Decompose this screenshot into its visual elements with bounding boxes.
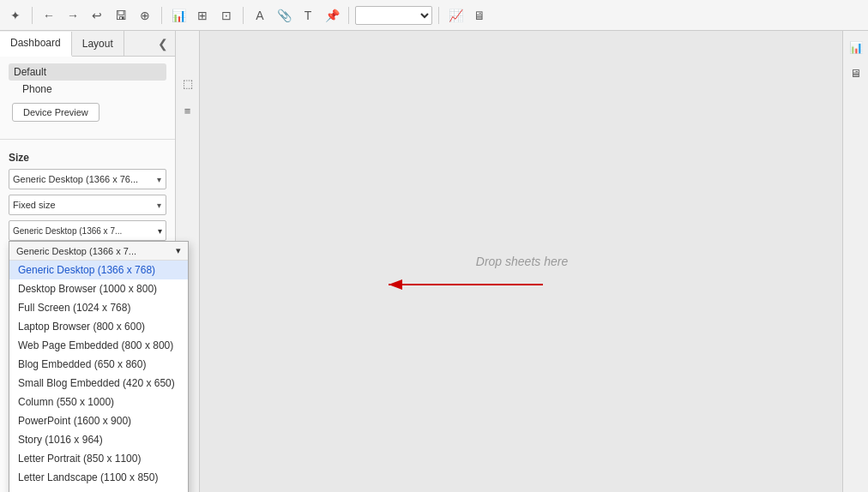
pin-icon[interactable]: 📌 — [322, 5, 342, 26]
data-icon[interactable]: ⊞ — [192, 5, 213, 26]
size-section: Size Generic Desktop (1366 x 76... ▾ Fix… — [0, 145, 175, 248]
highlight-icon[interactable]: A — [250, 5, 270, 26]
dropdown-list: Generic Desktop (1366 x 7... ▾ Generic D… — [9, 241, 189, 492]
device-icon[interactable]: 🖥 — [469, 5, 490, 26]
dl-item-12[interactable]: Legal Landscape (1150 x 700) — [9, 487, 188, 492]
size-select[interactable]: Generic Desktop (1366 x 76... — [9, 169, 166, 189]
dropdown-trigger[interactable]: Generic Desktop (1366 x 7... ▾ — [9, 220, 166, 241]
menu-icon[interactable]: ✦ — [5, 5, 26, 26]
dl-item-0[interactable]: Generic Desktop (1366 x 768) — [9, 261, 188, 279]
main-canvas: Drop sheets here 📊 🖥 — [176, 31, 868, 492]
device-preview-button[interactable]: Device Preview — [12, 103, 99, 122]
dl-item-11[interactable]: Letter Landscape (1100 x 850) — [9, 468, 188, 487]
toolbar-sep-5 — [438, 7, 439, 24]
toolbar-sep-2 — [161, 7, 162, 24]
item-phone[interactable]: Phone — [9, 81, 166, 98]
toolbar-sep-4 — [348, 7, 349, 24]
panel-body: Default Phone Device Preview — [0, 57, 175, 134]
dropdown-trigger-arrow: ▾ — [158, 226, 162, 236]
dl-item-3[interactable]: Laptop Browser (800 x 600) — [9, 317, 188, 336]
text-icon[interactable]: T — [298, 5, 318, 26]
dropdown-list-header: Generic Desktop (1366 x 7... ▾ — [9, 242, 188, 261]
left-icon-filter[interactable]: ≡ — [178, 101, 197, 120]
dl-item-10[interactable]: Letter Portrait (850 x 1100) — [9, 449, 188, 468]
panel-close-button[interactable]: ❮ — [151, 37, 175, 51]
dl-item-8[interactable]: PowerPoint (1600 x 900) — [9, 411, 188, 430]
undo-icon[interactable]: ↩ — [87, 5, 107, 26]
right-icon-panel: 📊 🖥 — [842, 31, 868, 492]
divider-1 — [0, 139, 175, 140]
size-dropdown-row: Generic Desktop (1366 x 76... ▾ — [9, 169, 166, 189]
main-layout: Dashboard Layout ❮ Default Phone Device … — [0, 31, 868, 492]
tab-dashboard[interactable]: Dashboard — [0, 32, 72, 57]
left-icon-grid[interactable]: ⬚ — [178, 74, 197, 93]
dl-item-5[interactable]: Blog Embedded (650 x 860) — [9, 355, 188, 374]
drop-sheets-text: Drop sheets here — [476, 255, 568, 268]
dl-item-7[interactable]: Column (550 x 1000) — [9, 393, 188, 411]
dl-item-6[interactable]: Small Blog Embedded (420 x 650) — [9, 374, 188, 393]
add-icon[interactable]: ⊕ — [135, 5, 155, 26]
dropdown-menu-wrapper: Generic Desktop (1366 x 7... ▾ Generic D… — [9, 220, 166, 241]
tab-layout[interactable]: Layout — [72, 31, 124, 56]
chart-icon[interactable]: 📊 — [168, 5, 189, 26]
right-icon-chart[interactable]: 📊 — [847, 38, 865, 57]
right-icon-device[interactable]: 🖥 — [847, 63, 865, 82]
bar-chart-icon[interactable]: 📈 — [445, 5, 466, 26]
dl-item-4[interactable]: Web Page Embedded (800 x 800) — [9, 336, 188, 355]
attach-icon[interactable]: 📎 — [274, 5, 294, 26]
save-icon[interactable]: 🖫 — [111, 5, 131, 26]
category-default[interactable]: Default — [9, 63, 166, 81]
filter-icon[interactable]: ⊡ — [216, 5, 237, 26]
red-arrow-annotation — [380, 267, 552, 302]
left-panel: Dashboard Layout ❮ Default Phone Device … — [0, 31, 176, 492]
dl-item-1[interactable]: Desktop Browser (1000 x 800) — [9, 279, 188, 298]
fixed-size-select[interactable]: Fixed size — [9, 195, 166, 215]
toolbar-sep-3 — [243, 7, 244, 24]
dl-item-9[interactable]: Story (1016 x 964) — [9, 430, 188, 449]
toolbar-dropdown-1[interactable] — [355, 6, 432, 25]
back-icon[interactable]: ← — [39, 5, 59, 26]
toolbar-sep-1 — [32, 7, 33, 24]
toolbar: ✦ ← → ↩ 🖫 ⊕ 📊 ⊞ ⊡ A 📎 T 📌 📈 🖥 — [0, 0, 868, 31]
dl-item-2[interactable]: Full Screen (1024 x 768) — [9, 298, 188, 317]
tabs-row: Dashboard Layout ❮ — [0, 31, 175, 57]
dropdown-list-header-arrow: ▾ — [176, 245, 181, 256]
size-label: Size — [9, 152, 166, 164]
fixed-size-dropdown-row: Fixed size ▾ — [9, 195, 166, 215]
forward-icon[interactable]: → — [63, 5, 83, 26]
